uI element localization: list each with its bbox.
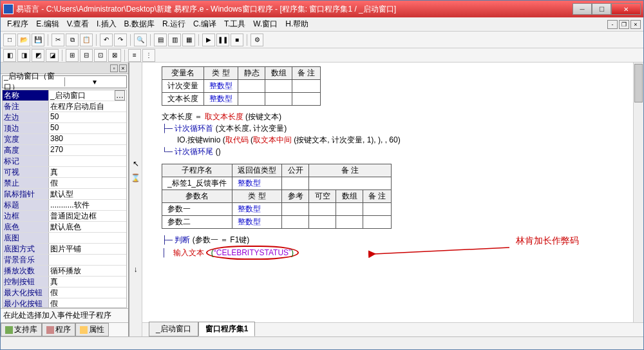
prop-value[interactable]: 270: [49, 145, 126, 155]
menu-edit[interactable]: E.编辑: [32, 17, 62, 31]
prop-value[interactable]: 50: [49, 112, 126, 122]
tb-stop[interactable]: ■: [231, 34, 243, 46]
prop-row[interactable]: 备注在程序启动后自: [3, 101, 126, 112]
menu-window[interactable]: W.窗口: [249, 17, 281, 31]
tb-paste[interactable]: 📋: [80, 34, 93, 46]
prop-value[interactable]: [49, 233, 126, 243]
prop-value[interactable]: 图片平铺: [49, 244, 126, 254]
mdi-close[interactable]: ×: [630, 20, 641, 29]
subroutine-table: 子程序名 返回值类型 公开 备 注 _标签1_反馈事件 整数型 参数名 类 型 …: [162, 164, 392, 229]
tb2-5[interactable]: ⊞: [66, 49, 79, 62]
minimize-button[interactable]: ─: [573, 3, 592, 15]
prop-value[interactable]: 假: [49, 287, 126, 298]
tb-panel3[interactable]: ▦: [182, 34, 195, 46]
prop-value[interactable]: 50: [49, 123, 126, 133]
prop-value[interactable]: [49, 255, 126, 265]
menu-tools[interactable]: T.工具: [220, 17, 249, 31]
col-remark: 备 注: [292, 67, 321, 80]
prop-value[interactable]: 默认底色: [49, 222, 126, 232]
prop-row[interactable]: 底图方式图片平铺: [3, 244, 126, 255]
prop-value[interactable]: 普通固定边框: [49, 211, 126, 221]
vertical-scrollbar[interactable]: [633, 63, 643, 322]
tb-panel1[interactable]: ▤: [154, 34, 167, 46]
ellipsis-button[interactable]: …: [115, 90, 125, 101]
side-float-icon[interactable]: ▫: [110, 64, 118, 72]
property-grid[interactable]: 名称_启动窗口…备注在程序启动后自左边50顶边50宽度380高度270标记可视真…: [2, 90, 127, 308]
prop-row[interactable]: 控制按钮真: [3, 277, 126, 287]
prop-value[interactable]: 380: [49, 134, 126, 144]
prop-value[interactable]: 在程序启动后自: [49, 101, 126, 112]
menu-insert[interactable]: I.插入: [93, 17, 120, 31]
prop-row[interactable]: 左边50: [3, 112, 126, 123]
tb-panel2[interactable]: ▥: [168, 34, 181, 46]
menu-run[interactable]: R.运行: [158, 17, 189, 31]
menu-compile[interactable]: C.编译: [189, 17, 220, 31]
tb2-4[interactable]: ◪: [46, 49, 59, 62]
side-close-icon[interactable]: ×: [119, 64, 127, 72]
prop-row[interactable]: 标题...........软件: [3, 200, 126, 211]
close-button[interactable]: ✕: [611, 3, 641, 15]
scroll-thumb[interactable]: [634, 64, 643, 102]
prop-row[interactable]: 名称_启动窗口…: [3, 90, 126, 101]
prop-row[interactable]: 底图: [3, 233, 126, 244]
prop-value[interactable]: 循环播放: [49, 266, 126, 276]
side-tab-props[interactable]: 属性: [75, 323, 109, 336]
tb2-7[interactable]: ⊡: [94, 49, 107, 62]
prop-row[interactable]: 鼠标指针默认型: [3, 189, 126, 200]
prop-value[interactable]: 假: [49, 298, 126, 308]
maximize-button[interactable]: ☐: [592, 3, 611, 15]
tb2-2[interactable]: ◨: [17, 49, 30, 62]
prop-row[interactable]: 边框普通固定边框: [3, 211, 126, 222]
prop-row[interactable]: 最小化按钮假: [3, 298, 126, 308]
tb2-8[interactable]: ⊠: [108, 49, 121, 62]
tb-undo[interactable]: ↶: [100, 34, 113, 46]
menu-database[interactable]: B.数据库: [120, 17, 158, 31]
prop-row[interactable]: 背景音乐: [3, 255, 126, 266]
tb-new[interactable]: □: [3, 34, 16, 46]
prop-row[interactable]: 顶边50: [3, 123, 126, 134]
prop-value[interactable]: 真: [49, 167, 126, 177]
tb-open[interactable]: 📂: [17, 34, 30, 46]
tb-cut[interactable]: ✂: [52, 34, 64, 46]
tab-procset[interactable]: 窗口程序集1: [198, 322, 256, 336]
tb2-9[interactable]: ≡: [128, 49, 141, 62]
prop-row[interactable]: 底色默认底色: [3, 222, 126, 233]
prop-value[interactable]: ...........软件: [49, 200, 126, 210]
tb-pause[interactable]: ❚❚: [216, 34, 229, 46]
prop-row[interactable]: 播放次数循环播放: [3, 266, 126, 277]
prop-value[interactable]: 默认型: [49, 189, 126, 199]
side-tab-support[interactable]: 支持库: [1, 323, 42, 336]
prop-row[interactable]: 宽度380: [3, 134, 126, 145]
prop-value[interactable]: 假: [49, 178, 126, 188]
tab-startwindow[interactable]: _启动窗口: [149, 322, 198, 336]
event-selector-label[interactable]: 在此处选择加入事件处理子程序: [1, 308, 128, 322]
tb2-3[interactable]: ◩: [32, 49, 44, 62]
prop-value[interactable]: _启动窗口…: [49, 90, 126, 101]
code-block-1[interactable]: 文本长度 ＝ 取文本长度 (按键文本) ├─ 计次循环首 (文本长度, 计次变量…: [162, 111, 639, 157]
tb-build[interactable]: ⚙: [251, 34, 263, 46]
prop-row[interactable]: 高度270: [3, 145, 126, 156]
menu-help[interactable]: H.帮助: [281, 17, 312, 31]
tb-save[interactable]: 💾: [32, 34, 44, 46]
object-selector[interactable]: _启动窗口（窗口） ▾: [2, 75, 127, 88]
prop-value[interactable]: 真: [49, 277, 126, 287]
tb2-6[interactable]: ⊟: [80, 49, 93, 62]
tb2-1[interactable]: ◧: [3, 49, 16, 62]
side-tab-program[interactable]: 程序: [42, 323, 75, 336]
tb-run[interactable]: ▶: [202, 34, 215, 46]
tb-find[interactable]: 🔍: [134, 34, 147, 46]
mdi-min[interactable]: -: [607, 20, 618, 29]
dropdown-icon[interactable]: ▾: [64, 77, 126, 86]
tb-redo[interactable]: ↷: [114, 34, 127, 46]
prop-row[interactable]: 最大化按钮假: [3, 287, 126, 298]
tb2-10[interactable]: ⋮: [142, 49, 155, 62]
prop-row[interactable]: 禁止假: [3, 178, 126, 189]
menu-view[interactable]: V.查看: [63, 17, 93, 31]
menu-program[interactable]: F.程序: [3, 17, 32, 31]
prop-row[interactable]: 标记: [3, 156, 126, 167]
prop-row[interactable]: 可视真: [3, 167, 126, 178]
editor-body[interactable]: 变量名 类 型 静态 数组 备 注 计次变量 整数型 文本长度 整数型: [142, 63, 643, 322]
prop-value[interactable]: [49, 156, 126, 166]
tb-copy[interactable]: ⧉: [66, 34, 79, 46]
mdi-restore[interactable]: ❐: [619, 20, 629, 29]
